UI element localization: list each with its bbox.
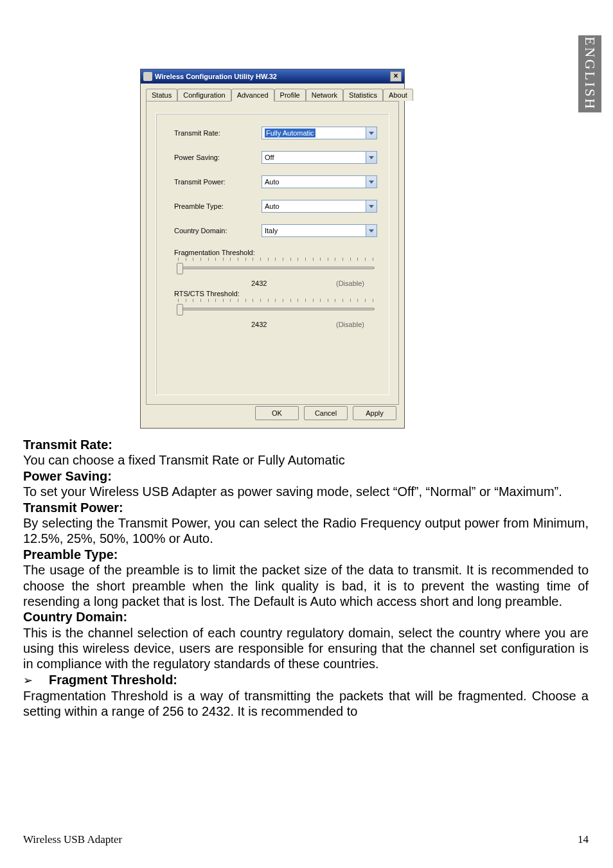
tab-configuration[interactable]: Configuration bbox=[177, 89, 231, 101]
ok-button[interactable]: OK bbox=[255, 406, 299, 420]
window-title: Wireless Configuration Utility HW.32 bbox=[155, 73, 390, 80]
fragmentation-slider[interactable] bbox=[177, 258, 375, 277]
bullet-fragment-threshold: ➢ Fragment Threshold: bbox=[23, 672, 589, 688]
dialog-buttons: OK Cancel Apply bbox=[255, 406, 396, 420]
chevron-down-icon bbox=[366, 176, 377, 188]
chevron-down-icon bbox=[366, 200, 377, 212]
tab-network[interactable]: Network bbox=[306, 89, 343, 101]
language-tab: ENGLISH bbox=[578, 35, 601, 112]
wireless-config-dialog: Wireless Configuration Utility HW.32 × S… bbox=[140, 69, 405, 429]
page-footer: Wireless USB Adapter 14 bbox=[23, 833, 589, 846]
text-country-domain: This is the channel selection of each co… bbox=[23, 625, 589, 672]
text-power-saving: To set your Wireless USB Adapter as powe… bbox=[23, 484, 589, 499]
rts-slider[interactable] bbox=[177, 299, 375, 318]
chevron-down-icon bbox=[366, 127, 377, 139]
text-transmit-rate: You can choose a fixed Transmit Rate or … bbox=[23, 452, 589, 468]
slider-rail bbox=[177, 267, 375, 269]
heading-transmit-rate: Transmit Rate: bbox=[23, 438, 112, 452]
slider-ticks bbox=[177, 258, 375, 263]
heading-transmit-power: Transmit Power: bbox=[23, 500, 123, 515]
row-transmit-power: Transmit Power: Auto bbox=[174, 175, 377, 188]
titlebar: Wireless Configuration Utility HW.32 × bbox=[141, 69, 404, 84]
fragmentation-status: (Disable) bbox=[336, 279, 364, 287]
rts-status: (Disable) bbox=[336, 321, 364, 328]
label-transmit-power: Transmit Power: bbox=[174, 178, 262, 186]
page-number: 14 bbox=[578, 833, 589, 846]
close-button[interactable]: × bbox=[390, 71, 402, 82]
label-preamble-type: Preamble Type: bbox=[174, 202, 262, 210]
fragmentation-value: 2432 bbox=[251, 279, 267, 287]
text-fragment-threshold: Fragmentation Threshold is a way of tran… bbox=[23, 688, 589, 720]
label-fragmentation: Fragmentation Threshold: bbox=[174, 249, 377, 256]
advanced-group: Transmit Rate: Fully Automatic Power Sav… bbox=[155, 113, 389, 395]
rts-readout: 2432 (Disable) bbox=[174, 318, 377, 335]
transmit-power-select[interactable]: Auto bbox=[262, 175, 377, 188]
text-preamble-type: The usage of the preamble is to limit th… bbox=[23, 562, 589, 609]
fragmentation-block: Fragmentation Threshold: 2432 (Disable) bbox=[174, 249, 377, 294]
chevron-down-icon bbox=[366, 225, 377, 236]
preamble-type-value: Auto bbox=[265, 202, 280, 210]
label-rts: RTS/CTS Threshold: bbox=[174, 290, 377, 297]
country-domain-value: Italy bbox=[265, 227, 278, 235]
preamble-type-select[interactable]: Auto bbox=[262, 200, 377, 213]
chevron-down-icon bbox=[366, 152, 377, 163]
heading-fragment-threshold: Fragment Threshold: bbox=[49, 672, 177, 687]
transmit-power-value: Auto bbox=[265, 178, 280, 186]
cancel-button[interactable]: Cancel bbox=[304, 406, 348, 420]
slider-rail bbox=[177, 308, 375, 310]
heading-power-saving: Power Saving: bbox=[23, 469, 112, 483]
label-power-saving: Power Saving: bbox=[174, 154, 262, 161]
footer-title: Wireless USB Adapter bbox=[23, 833, 122, 846]
slider-thumb[interactable] bbox=[177, 263, 183, 274]
tab-about[interactable]: About bbox=[383, 89, 413, 101]
document-body: Transmit Rate: You can choose a fixed Tr… bbox=[23, 437, 589, 720]
app-icon bbox=[143, 72, 152, 81]
tab-body: Transmit Rate: Fully Automatic Power Sav… bbox=[146, 102, 399, 405]
text-transmit-power: By selecting the Transmit Power, you can… bbox=[23, 515, 589, 547]
power-saving-value: Off bbox=[265, 154, 274, 161]
rts-value: 2432 bbox=[251, 321, 267, 328]
tab-advanced[interactable]: Advanced bbox=[231, 89, 274, 102]
tab-status[interactable]: Status bbox=[146, 89, 177, 101]
transmit-rate-value: Fully Automatic bbox=[265, 128, 315, 137]
label-transmit-rate: Transmit Rate: bbox=[174, 129, 262, 137]
row-preamble-type: Preamble Type: Auto bbox=[174, 200, 377, 213]
tab-statistics[interactable]: Statistics bbox=[343, 89, 383, 101]
slider-thumb[interactable] bbox=[177, 304, 183, 315]
heading-country-domain: Country Domain: bbox=[23, 610, 127, 624]
country-domain-select[interactable]: Italy bbox=[262, 224, 377, 237]
tab-profile[interactable]: Profile bbox=[274, 89, 306, 101]
slider-ticks bbox=[177, 299, 375, 304]
power-saving-select[interactable]: Off bbox=[262, 151, 377, 164]
transmit-rate-select[interactable]: Fully Automatic bbox=[262, 127, 377, 139]
label-country-domain: Country Domain: bbox=[174, 227, 262, 235]
bullet-icon: ➢ bbox=[23, 674, 49, 688]
row-country-domain: Country Domain: Italy bbox=[174, 224, 377, 237]
rts-block: RTS/CTS Threshold: 2432 (Disable) bbox=[174, 290, 377, 335]
tab-strip: Status Configuration Advanced Profile Ne… bbox=[146, 89, 399, 102]
row-power-saving: Power Saving: Off bbox=[174, 151, 377, 164]
row-transmit-rate: Transmit Rate: Fully Automatic bbox=[174, 127, 377, 139]
heading-preamble-type: Preamble Type: bbox=[23, 547, 118, 562]
apply-button[interactable]: Apply bbox=[353, 406, 396, 420]
